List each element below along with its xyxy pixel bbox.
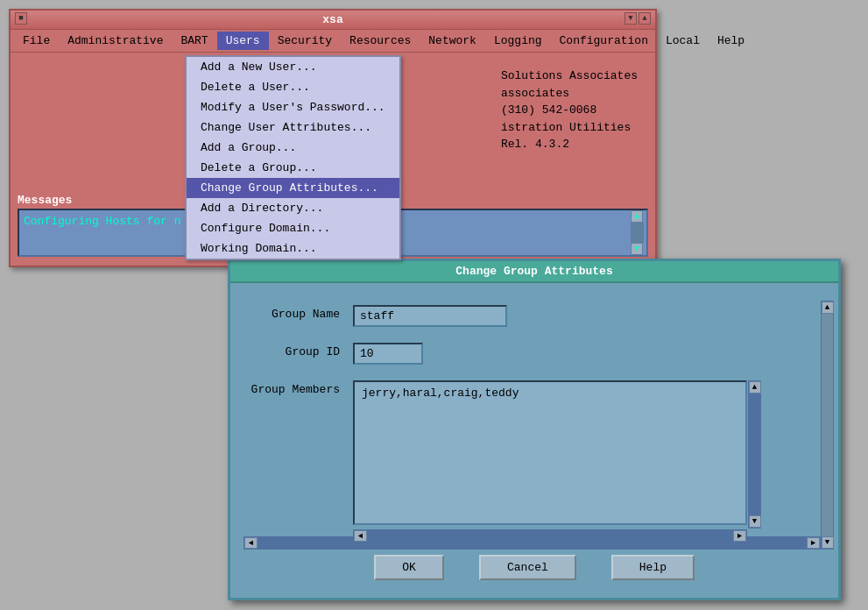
textarea-h-track [367, 530, 733, 542]
textarea-scroll-left[interactable]: ◄ [354, 530, 367, 542]
app-title: xsa [322, 13, 342, 26]
minimize-button[interactable]: ▼ [625, 12, 637, 25]
dialog-right-scrollbar[interactable]: ▲ ▼ [821, 301, 834, 550]
help-button[interactable]: Help [611, 555, 695, 580]
scroll-down-btn[interactable]: ▼ [631, 243, 643, 255]
change-group-attributes-dialog: Change Group Attributes ▲ ▼ ◄ ► Group Na… [228, 259, 841, 600]
group-name-label: Group Name [248, 305, 353, 321]
close-button[interactable]: ■ [15, 12, 27, 25]
menu-add-new-user[interactable]: Add a New User... [187, 57, 399, 77]
dialog-title: Change Group Attributes [455, 265, 612, 278]
group-members-wrapper: jerry,haral,craig,teddy ▲ ▼ ◄ ► [353, 380, 747, 528]
menu-bar: File Administrative BART Users Security … [11, 30, 655, 53]
menu-security[interactable]: Security [269, 32, 341, 50]
cancel-button[interactable]: Cancel [479, 555, 576, 580]
menu-administrative[interactable]: Administrative [59, 32, 172, 50]
title-bar: ■ xsa ▼ ▲ [11, 11, 655, 30]
dialog-buttons: OK Cancel Help [230, 546, 838, 589]
textarea-scroll-right[interactable]: ► [733, 530, 746, 542]
menu-configure-domain[interactable]: Configure Domain... [187, 218, 399, 238]
scroll-track [631, 223, 644, 243]
ok-button[interactable]: OK [374, 555, 444, 580]
menu-local[interactable]: Local [657, 32, 709, 50]
menu-change-group-attrs[interactable]: Change Group Attributes... [187, 178, 399, 198]
group-members-textarea[interactable]: jerry,haral,craig,teddy [353, 380, 747, 525]
group-id-input[interactable] [353, 343, 423, 365]
info-line-5: Rel. 4.3.2 [501, 136, 638, 153]
window-controls-left: ■ [15, 12, 27, 25]
menu-logging[interactable]: Logging [485, 32, 551, 50]
menu-working-domain[interactable]: Working Domain... [187, 238, 399, 259]
menu-change-user-attrs[interactable]: Change User Attributes... [187, 117, 399, 138]
group-id-label: Group ID [248, 343, 353, 358]
menu-help[interactable]: Help [709, 32, 753, 50]
messages-content: Configuring Hosts for n [24, 215, 180, 228]
dialog-scroll-up[interactable]: ▲ [822, 301, 834, 314]
group-name-row: Group Name [248, 305, 812, 327]
menu-resources[interactable]: Resources [341, 32, 420, 50]
window-controls-right: ▼ ▲ [625, 12, 651, 25]
menu-bart[interactable]: BART [172, 32, 216, 50]
info-line-3: (310) 542-0068 [501, 102, 638, 119]
dialog-title-bar: Change Group Attributes [230, 261, 838, 283]
textarea-v-track [749, 394, 760, 515]
app-info: Solutions Associates associates (310) 54… [501, 67, 638, 153]
scroll-up-btn[interactable]: ▲ [631, 210, 643, 223]
info-line-2: associates [501, 85, 638, 103]
group-id-row: Group ID [248, 343, 812, 365]
menu-add-group[interactable]: Add a Group... [187, 138, 399, 158]
info-line-4: istration Utilities [501, 119, 638, 137]
maximize-button[interactable]: ▲ [639, 12, 651, 25]
textarea-v-scrollbar[interactable]: ▲ ▼ [748, 380, 761, 528]
menu-delete-group[interactable]: Delete a Group... [187, 158, 399, 178]
menu-configuration[interactable]: Configuration [551, 32, 657, 50]
textarea-scroll-up[interactable]: ▲ [749, 381, 761, 394]
menu-add-directory[interactable]: Add a Directory... [187, 198, 399, 218]
menu-modify-password[interactable]: Modify a User's Password... [187, 97, 399, 117]
group-name-input[interactable] [353, 305, 507, 327]
info-line-1: Solutions Associates [501, 67, 638, 85]
group-members-label: Group Members [248, 380, 353, 396]
menu-users[interactable]: Users [217, 32, 269, 50]
menu-file[interactable]: File [14, 32, 59, 50]
messages-scrollbar[interactable]: ▲ ▼ [631, 210, 644, 255]
group-members-row: Group Members jerry,haral,craig,teddy ▲ … [248, 380, 812, 528]
menu-network[interactable]: Network [420, 32, 485, 50]
users-dropdown-menu: Add a New User... Delete a User... Modif… [185, 55, 401, 260]
menu-delete-user[interactable]: Delete a User... [187, 77, 399, 97]
textarea-scroll-down[interactable]: ▼ [749, 515, 761, 528]
textarea-h-scrollbar[interactable]: ◄ ► [353, 529, 747, 543]
